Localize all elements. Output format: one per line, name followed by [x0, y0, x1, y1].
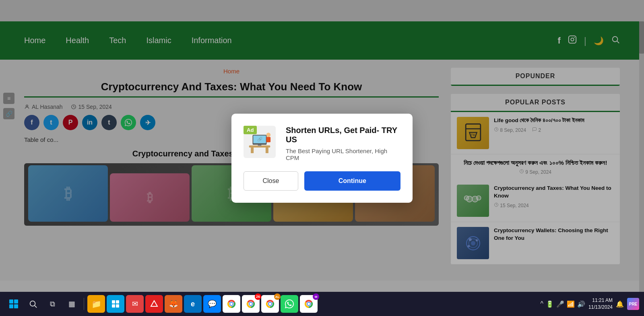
modal-desc: The Best Paying URL Shortener, High CPM [286, 148, 400, 161]
svg-rect-33 [14, 299, 18, 304]
chrome-4-icon[interactable]: M [300, 295, 318, 313]
notification-icon[interactable]: 🔔 [616, 300, 624, 308]
taskbar-volume-icon[interactable]: 🔊 [577, 300, 585, 308]
taskbar-sep-1 [84, 298, 84, 310]
svg-rect-30 [266, 137, 271, 142]
modal-headline: Shorten URLs, Get Paid- TRY US [286, 126, 400, 144]
taskbar-search[interactable] [24, 295, 42, 313]
taskbar-battery-icon: 🔋 [546, 300, 554, 308]
modal-box: Ad 🔗 [231, 114, 413, 203]
svg-rect-24 [251, 148, 254, 153]
taskbar: ⧉ ▦ 📁 ✉ 🦊 e 💬 26 AL M ^ 🔋 🎤 📶 🔊 [0, 292, 644, 316]
svg-text:🔗: 🔗 [257, 136, 263, 141]
whatsapp-icon[interactable] [281, 295, 298, 313]
svg-rect-35 [14, 304, 18, 308]
svg-rect-40 [112, 304, 115, 308]
start-button[interactable] [5, 295, 23, 313]
modal-text: Shorten URLs, Get Paid- TRY US The Best … [282, 126, 400, 161]
svg-point-46 [250, 303, 252, 305]
m-badge: M [313, 293, 319, 300]
svg-point-48 [269, 303, 271, 305]
chrome-icon[interactable] [223, 295, 240, 313]
svg-rect-34 [9, 304, 13, 308]
edge-icon[interactable]: e [184, 295, 202, 313]
clock-date: 11/13/2024 [588, 304, 613, 311]
svg-rect-39 [116, 300, 119, 304]
svg-point-36 [30, 301, 35, 306]
svg-point-44 [230, 303, 233, 305]
task-view-icon[interactable]: ⧉ [43, 295, 61, 313]
svg-point-29 [266, 133, 271, 137]
widgets-icon[interactable]: ▦ [63, 295, 80, 313]
dev-badge[interactable]: PRE [627, 298, 639, 310]
taskbar-mic-icon[interactable]: 🎤 [556, 300, 564, 308]
modal-content: 🔗 Shorten URLs, Get Paid- TRY US The Bes… [244, 126, 400, 161]
taskbar-right: ^ 🔋 🎤 📶 🔊 11:21 AM 11/13/2024 🔔 PRE [540, 297, 639, 311]
svg-line-37 [35, 306, 37, 308]
taskbar-clock[interactable]: 11:21 AM 11/13/2024 [588, 297, 613, 311]
chrome-3-icon[interactable]: AL [261, 295, 279, 313]
firefox-icon[interactable]: 🦊 [165, 295, 182, 313]
chrome-2-icon[interactable]: 26 [242, 295, 260, 313]
modal-overlay: Ad 🔗 [0, 0, 644, 316]
al-badge: AL [274, 293, 281, 300]
notification-badge: 26 [255, 293, 261, 300]
sys-icons: ^ 🔋 🎤 📶 🔊 [540, 300, 585, 308]
overflow-icon[interactable]: ^ [540, 300, 543, 308]
taskbar-wifi-icon: 📶 [567, 300, 575, 308]
svg-point-50 [308, 303, 310, 305]
ms-store-icon[interactable] [107, 295, 124, 313]
svg-rect-38 [112, 300, 115, 304]
svg-rect-41 [116, 304, 119, 308]
svg-rect-28 [258, 145, 262, 146]
file-explorer-icon[interactable]: 📁 [87, 295, 105, 313]
modal-buttons: Close Continue [244, 171, 400, 191]
messenger-icon[interactable]: 💬 [203, 295, 221, 313]
mail-icon[interactable]: ✉ [126, 295, 144, 313]
modal-close-button[interactable]: Close [244, 171, 298, 191]
anydesk-icon[interactable] [145, 295, 163, 313]
modal-continue-button[interactable]: Continue [304, 171, 400, 191]
svg-marker-42 [151, 301, 157, 306]
ad-badge: Ad [244, 126, 257, 134]
svg-rect-25 [266, 148, 268, 153]
clock-time: 11:21 AM [588, 297, 613, 304]
svg-rect-32 [9, 299, 13, 304]
